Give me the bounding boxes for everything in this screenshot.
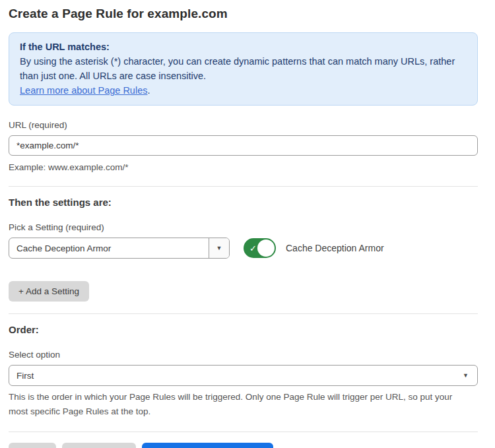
url-match-info-box: If the URL matches: By using the asteris… xyxy=(9,32,478,106)
divider xyxy=(9,313,478,314)
setting-select-value: Cache Deception Armor xyxy=(9,238,209,258)
order-section-heading: Order: xyxy=(9,324,478,335)
pick-setting-label: Pick a Setting (required) xyxy=(9,222,478,232)
learn-more-link[interactable]: Learn more about Page Rules xyxy=(20,85,147,96)
order-helper-text: This is the order in which your Page Rul… xyxy=(9,390,471,419)
page-title: Create a Page Rule for example.com xyxy=(9,7,478,21)
order-select-label: Select option xyxy=(9,350,478,360)
setting-toggle-label: Cache Deception Armor xyxy=(286,243,384,253)
order-select-value: First xyxy=(16,371,463,381)
save-as-draft-button[interactable]: Save as Draft xyxy=(62,443,136,448)
info-box-body: By using the asterisk (*) character, you… xyxy=(20,54,467,83)
info-box-body-text: By using the asterisk (*) character, you… xyxy=(20,56,455,81)
url-input[interactable] xyxy=(9,135,478,156)
toggle-knob xyxy=(257,240,275,257)
divider xyxy=(9,186,478,187)
chevron-down-icon: ▼ xyxy=(463,373,469,379)
setting-select-arrow-button[interactable]: ▼ xyxy=(209,238,229,258)
save-and-deploy-button[interactable]: Save and Deploy Page Rule xyxy=(142,443,274,448)
url-example-helper: Example: www.example.com/* xyxy=(9,160,478,174)
setting-select[interactable]: Cache Deception Armor ▼ xyxy=(9,238,230,259)
setting-row: Cache Deception Armor ▼ ✓ Cache Deceptio… xyxy=(9,238,478,259)
divider xyxy=(9,432,478,432)
info-box-link-line: Learn more about Page Rules. xyxy=(20,83,467,98)
add-setting-button[interactable]: + Add a Setting xyxy=(9,281,89,302)
setting-toggle[interactable]: ✓ xyxy=(244,238,276,258)
chevron-down-icon: ▼ xyxy=(216,245,222,251)
check-icon: ✓ xyxy=(249,244,257,253)
info-box-heading: If the URL matches: xyxy=(20,40,467,54)
settings-section-heading: Then the settings are: xyxy=(9,197,478,208)
link-suffix: . xyxy=(147,85,150,96)
order-select[interactable]: First ▼ xyxy=(9,365,478,386)
url-field-label: URL (required) xyxy=(9,120,478,130)
cancel-button[interactable]: Cancel xyxy=(9,443,56,448)
setting-toggle-group: ✓ Cache Deception Armor xyxy=(244,238,384,258)
create-page-rule-form: Create a Page Rule for example.com If th… xyxy=(0,0,495,448)
footer-actions: Cancel Save as Draft Save and Deploy Pag… xyxy=(9,443,478,448)
